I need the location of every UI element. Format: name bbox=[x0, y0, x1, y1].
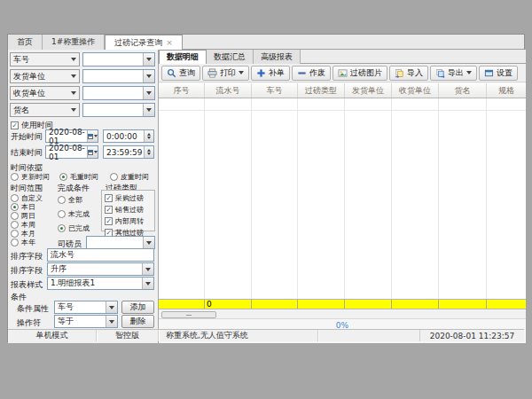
report-style-label: 报表样式 bbox=[11, 279, 43, 291]
radio-all[interactable]: 全部 bbox=[58, 195, 82, 205]
sort-field-label: 排序字段 bbox=[11, 251, 43, 262]
picture-icon bbox=[338, 68, 348, 78]
tab-data-summary[interactable]: 数据汇总 bbox=[207, 50, 254, 64]
radio-selected-icon bbox=[58, 224, 66, 232]
chevron-down-icon[interactable] bbox=[143, 237, 154, 248]
sort-order-combo[interactable]: 升序 bbox=[47, 262, 154, 276]
scrollbar-thumb[interactable] bbox=[161, 311, 216, 318]
radio-icon bbox=[11, 194, 19, 202]
horizontal-scrollbar[interactable] bbox=[159, 310, 526, 319]
filter-field-receiver-label: 收货单位 bbox=[13, 88, 45, 99]
tab-weigh-record-query-label: 过磅记录查询 bbox=[114, 37, 162, 49]
radio-tare-time[interactable]: 皮重时间 bbox=[110, 172, 149, 182]
settings-button[interactable]: 设置 bbox=[479, 66, 518, 81]
calendar-dropdown-icon[interactable] bbox=[87, 130, 98, 142]
search-icon bbox=[167, 68, 176, 78]
end-time-label: 结束时间 bbox=[11, 147, 43, 159]
plus-icon bbox=[256, 68, 266, 78]
sort-field-input[interactable]: 流水号 bbox=[47, 248, 154, 262]
calendar-dropdown-icon[interactable] bbox=[87, 146, 98, 158]
tab-home[interactable]: 首页 bbox=[8, 35, 43, 50]
void-order-button[interactable]: 作废 bbox=[292, 66, 331, 81]
export-button[interactable]: 导出 bbox=[430, 66, 477, 81]
table-body[interactable] bbox=[159, 98, 526, 299]
radio-gross-time[interactable]: 毛重时间 bbox=[59, 172, 98, 182]
tab-advanced-report[interactable]: 高级报表 bbox=[254, 50, 301, 64]
query-button[interactable]: 查询 bbox=[161, 66, 200, 81]
filter-field-receiver[interactable]: 收货单位 bbox=[10, 86, 80, 100]
minus-icon bbox=[297, 68, 307, 78]
chevron-down-icon[interactable] bbox=[106, 301, 117, 313]
filter-field-goods-label: 货名 bbox=[13, 105, 29, 116]
radio-icon bbox=[110, 173, 118, 181]
checkbox-checked-icon bbox=[105, 217, 113, 225]
chevron-down-icon[interactable] bbox=[142, 263, 153, 275]
report-style-combo[interactable]: 1.明细报表1 bbox=[47, 277, 154, 290]
column-header-index[interactable]: 序号 bbox=[159, 83, 205, 98]
checkbox-checked-icon bbox=[105, 206, 113, 214]
checkbox-internal-transfer[interactable]: 内部周转 bbox=[105, 216, 154, 226]
chevron-down-icon[interactable] bbox=[143, 53, 154, 66]
radio-update-time[interactable]: 更新时间 bbox=[11, 172, 50, 182]
delete-condition-button[interactable]: 删除 bbox=[121, 315, 154, 328]
column-header-weigh-type[interactable]: 过磅类型 bbox=[298, 83, 345, 98]
weigh-pictures-button[interactable]: 过磅图片 bbox=[332, 66, 387, 81]
filter-value-receiver[interactable] bbox=[82, 86, 155, 100]
chevron-down-icon[interactable] bbox=[142, 278, 153, 289]
filter-field-vehicle[interactable]: 车号 bbox=[10, 52, 80, 66]
operator-combo[interactable]: 等于 bbox=[54, 315, 118, 328]
time-spinner[interactable] bbox=[144, 146, 153, 158]
filter-value-vehicle[interactable] bbox=[82, 52, 155, 66]
checkbox-sale-weigh[interactable]: 销售过磅 bbox=[105, 205, 154, 215]
tab-weigh-record-query[interactable]: 过磅记录查询 × bbox=[105, 35, 183, 50]
filter-field-shipper[interactable]: 发货单位 bbox=[10, 69, 80, 83]
end-date-input[interactable]: 2020-08-01 bbox=[45, 145, 98, 159]
column-header-shipper[interactable]: 发货单位 bbox=[345, 83, 392, 98]
chevron-down-icon[interactable] bbox=[106, 316, 117, 327]
export-icon bbox=[435, 68, 445, 78]
print-button[interactable]: 打印 bbox=[202, 66, 249, 81]
tab-close-icon[interactable]: × bbox=[166, 39, 173, 47]
start-date-input[interactable]: 2020-08-01 bbox=[45, 129, 98, 143]
sort-order-label: 排序字段 bbox=[11, 265, 43, 277]
condition-attr-combo[interactable]: 车号 bbox=[54, 301, 118, 314]
filter-value-shipper[interactable] bbox=[82, 69, 155, 83]
radio-this-year[interactable]: 本年 bbox=[11, 238, 35, 247]
filter-field-goods[interactable]: 货名 bbox=[10, 103, 80, 117]
chevron-down-icon bbox=[71, 58, 76, 61]
records-tabbar: 数据明细 数据汇总 高级报表 bbox=[159, 50, 526, 64]
checkbox-purchase-weigh[interactable]: 采购过磅 bbox=[105, 193, 154, 203]
chevron-down-icon[interactable] bbox=[143, 87, 154, 99]
chevron-down-icon[interactable] bbox=[143, 104, 154, 116]
end-time-input[interactable]: 23:59:59 bbox=[103, 145, 154, 159]
filter-field-vehicle-label: 车号 bbox=[13, 54, 29, 66]
tab-data-detail[interactable]: 数据明细 bbox=[159, 50, 207, 64]
column-header-serial[interactable]: 流水号 bbox=[205, 83, 252, 98]
radio-finished[interactable]: 已完成 bbox=[58, 223, 90, 233]
status-system-name: 称重系统,无人值守系统 bbox=[159, 330, 318, 341]
radio-icon bbox=[11, 239, 19, 246]
operator-label: 操作符 bbox=[17, 317, 41, 329]
add-condition-button[interactable]: 添加 bbox=[121, 301, 154, 314]
tab-weigh-operation[interactable]: 1#称重操作 bbox=[43, 35, 105, 50]
status-bar: 单机模式 智控版 称重系统,无人值守系统 2020-08-01 11:23:57 bbox=[8, 329, 524, 341]
condition-group-label: 条件 bbox=[11, 292, 27, 303]
column-header-receiver[interactable]: 收货单位 bbox=[392, 83, 439, 98]
condition-attr-label: 条件属性 bbox=[17, 303, 49, 315]
radio-icon bbox=[58, 210, 66, 218]
import-button[interactable]: 导入 bbox=[389, 66, 428, 81]
start-time-input[interactable]: 0:00:00 bbox=[103, 129, 154, 143]
supplement-order-button[interactable]: 补单 bbox=[251, 66, 290, 81]
weigher-combo[interactable] bbox=[86, 236, 155, 249]
column-header-vehicle[interactable]: 车号 bbox=[252, 83, 298, 98]
chevron-down-icon bbox=[239, 71, 244, 74]
import-icon bbox=[395, 68, 404, 78]
screenshot-frame: 首页 1#称重操作 过磅记录查询 × 车号 发货单位 bbox=[0, 0, 532, 399]
radio-unfinished[interactable]: 未完成 bbox=[58, 209, 90, 219]
column-header-spec[interactable]: 规格 bbox=[487, 83, 526, 98]
status-edition: 智控版 bbox=[97, 330, 159, 341]
filter-value-goods[interactable] bbox=[82, 103, 155, 117]
time-spinner[interactable] bbox=[144, 130, 153, 142]
column-header-goods[interactable]: 货名 bbox=[439, 83, 487, 98]
chevron-down-icon[interactable] bbox=[143, 70, 154, 82]
